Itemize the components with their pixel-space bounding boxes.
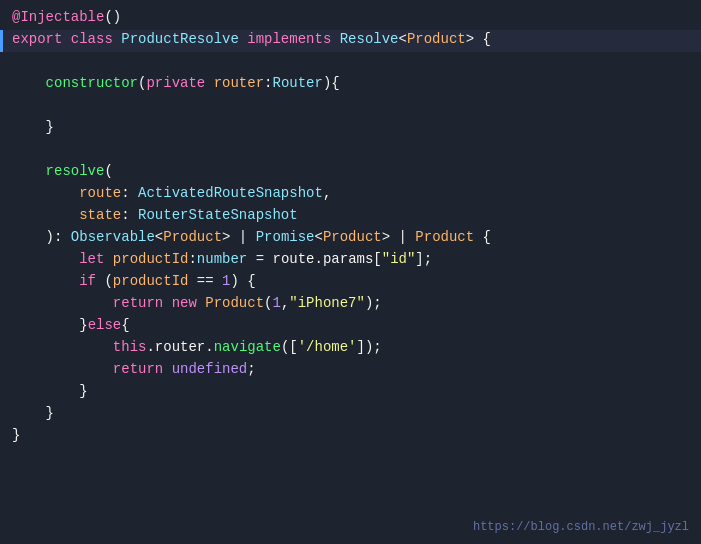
equals: = (247, 251, 272, 267)
num-1b: 1 (272, 295, 280, 311)
bracket2: ]; (415, 251, 432, 267)
code-line-17: return undefined; (0, 360, 701, 382)
dot1: . (315, 251, 323, 267)
var-productid: productId (113, 251, 189, 267)
var-productid2: productId (113, 273, 189, 289)
type-observable: Observable (71, 229, 155, 245)
kw-let: let (79, 251, 113, 267)
paren-close-brace: ){ (323, 75, 340, 91)
paren8: ]); (357, 339, 382, 355)
pipe2: | (390, 229, 415, 245)
angle4: > (382, 229, 390, 245)
code-line-16: this.router.navigate(['/home']); (0, 338, 701, 360)
type-activated: ActivatedRouteSnapshot (138, 185, 323, 201)
kw-this: this (113, 339, 147, 355)
param-router: router (214, 75, 264, 91)
kw-if: if (79, 273, 104, 289)
class-product: Product (205, 295, 264, 311)
generic2: Product (323, 229, 382, 245)
code-line-1: @Injectable() (0, 8, 701, 30)
indent2 (12, 163, 46, 179)
generic1: Product (163, 229, 222, 245)
num-1: 1 (222, 273, 230, 289)
code-line-2: export class ProductResolve implements R… (0, 30, 701, 52)
colon2: : (121, 185, 138, 201)
brace2: { (474, 229, 491, 245)
code-line-12: let productId:number = route.params["id"… (0, 250, 701, 272)
colon4: : (54, 229, 71, 245)
code-line-15: }else{ (0, 316, 701, 338)
eq-op: == (188, 273, 222, 289)
indent13: } (12, 405, 54, 421)
code-line-7 (0, 140, 701, 162)
code-editor: @Injectable() export class ProductResolv… (0, 0, 701, 544)
resolve-interface: Resolve (340, 31, 399, 47)
paren-open2: ( (104, 163, 112, 179)
comma: , (323, 185, 331, 201)
kw-export: export (12, 31, 71, 47)
brace3: } (79, 317, 87, 333)
code-line-19: } (0, 404, 701, 426)
decorator: @Injectable (12, 9, 104, 25)
kw-private: private (146, 75, 213, 91)
method-resolve: resolve (46, 163, 105, 179)
punctuation: () (104, 9, 121, 25)
code-line-4: constructor(private router:Router){ (0, 74, 701, 96)
brace-open: { (474, 31, 491, 47)
method-navigate: navigate (214, 339, 281, 355)
kw-implements: implements (247, 31, 339, 47)
indent12: } (12, 383, 88, 399)
angle3: < (315, 229, 323, 245)
bracket1: [ (373, 251, 381, 267)
indent5: ) (12, 229, 54, 245)
semi: ; (247, 361, 255, 377)
param-state: state (79, 207, 121, 223)
type-promise: Promise (256, 229, 315, 245)
type-number: number (197, 251, 247, 267)
brace4: { (121, 317, 129, 333)
indent (12, 75, 46, 91)
paren-open: ( (138, 75, 146, 91)
kw-class: class (71, 31, 121, 47)
indent3 (12, 185, 79, 201)
indent7 (12, 273, 79, 289)
code-line-8: resolve( (0, 162, 701, 184)
code-line-6: } (0, 118, 701, 140)
colon5: : (188, 251, 196, 267)
pipe1: | (230, 229, 255, 245)
kw-constructor: constructor (46, 75, 138, 91)
class-name: ProductResolve (121, 31, 247, 47)
code-line-9: route: ActivatedRouteSnapshot, (0, 184, 701, 206)
code-line-13: if (productId == 1) { (0, 272, 701, 294)
angle1: < (155, 229, 163, 245)
kw-undefined: undefined (172, 361, 248, 377)
route-params: route (273, 251, 315, 267)
indent4 (12, 207, 79, 223)
code-line-11: ): Observable<Product> | Promise<Product… (0, 228, 701, 250)
closing-brace: } (12, 427, 20, 443)
type-router-state: RouterStateSnapshot (138, 207, 298, 223)
indent10 (12, 339, 113, 355)
kw-else: else (88, 317, 122, 333)
kw-new: new (172, 295, 206, 311)
code-line-10: state: RouterStateSnapshot (0, 206, 701, 228)
string-id: "id" (382, 251, 416, 267)
router-prop: router (155, 339, 205, 355)
paren5: ( (264, 295, 272, 311)
watermark: https://blog.csdn.net/zwj_jyzl (473, 520, 689, 534)
angle-open: < (399, 31, 407, 47)
kw-return2: return (113, 361, 172, 377)
code-line-3 (0, 52, 701, 74)
indent9 (12, 317, 79, 333)
string-home: '/home' (298, 339, 357, 355)
indent8 (12, 295, 113, 311)
param-route: route (79, 185, 121, 201)
colon: : (264, 75, 272, 91)
type-router: Router (272, 75, 322, 91)
indent-brace: } (12, 119, 54, 135)
paren3: ( (104, 273, 112, 289)
code-line-20: } (0, 426, 701, 448)
generic-type: Product (407, 31, 466, 47)
paren6: ); (365, 295, 382, 311)
angle-close: > (466, 31, 474, 47)
